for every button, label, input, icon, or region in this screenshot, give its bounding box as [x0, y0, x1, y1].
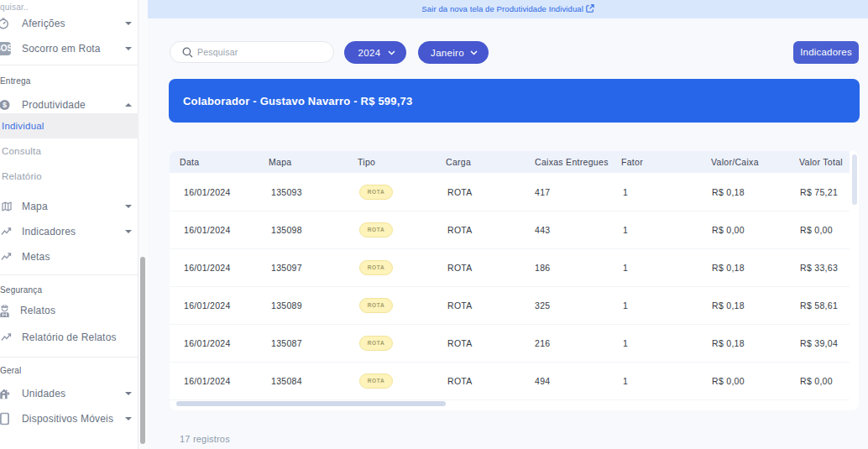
- svg-text:$: $: [3, 101, 7, 109]
